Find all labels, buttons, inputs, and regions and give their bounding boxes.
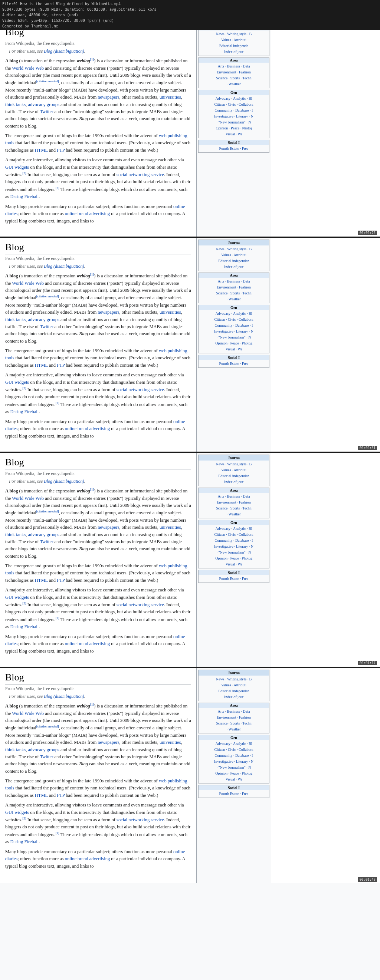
para-2-1: A blog (a truncation of the expression w…	[5, 272, 191, 345]
nav-box-areas-3: Area Arts · Business · Data Environment …	[198, 488, 270, 519]
genres-title-4: Gen	[198, 735, 269, 740]
social-title-2: Social I	[198, 355, 269, 360]
nav-box-social-1: Social I Fourth Estate · Free	[198, 140, 270, 153]
genres-content-2: Advocacy · Analytic · Bl Citizen · Civic…	[198, 310, 269, 353]
journalism-title-2: Journa	[198, 240, 269, 245]
hatnote-link-4[interactable]: Blog (disambiguation)	[44, 694, 84, 699]
genres-title-1: Gen	[198, 90, 269, 95]
para-4-4: Many blogs provide commentary on a parti…	[5, 848, 191, 870]
timestamp-3: 00:01:17	[358, 661, 377, 665]
para-1-1: A blog (a truncation of the expression w…	[5, 57, 191, 130]
hatnote-4: For other uses, see Blog (disambiguation…	[5, 694, 191, 699]
video-audio: Audio: aac, 48000 Hz, stereo (und)	[2, 12, 378, 18]
page-title-4: Blog	[5, 672, 191, 684]
genres-content-3: Advocacy · Analytic · Bl Citizen · Civic…	[198, 525, 269, 568]
journalism-content-4: News · Writing style · B Values · Attrib…	[198, 676, 269, 701]
video-video: Video: h264, yuv420p, 1152x720, 30.00 fp…	[2, 18, 378, 23]
wiki-sidebar-2: Journa News · Writing style · B Values ·…	[197, 238, 271, 452]
para-3-4: Many blogs provide commentary on a parti…	[5, 633, 191, 655]
para-3-3: A majority are interactive, allowing vis…	[5, 587, 191, 631]
genres-title-3: Gen	[198, 520, 269, 525]
frame-2: Blog From Wikipedia, the free encycloped…	[0, 238, 380, 453]
wiki-subtitle-1: From Wikipedia, the free encyclopedia	[5, 41, 191, 46]
nav-box-journalism-2: Journa News · Writing style · B Values ·…	[198, 240, 270, 271]
para-2-3: A majority are interactive, allowing vis…	[5, 372, 191, 416]
social-content-3: Fourth Estate · Free	[198, 575, 269, 582]
wiki-content-2: Blog From Wikipedia, the free encycloped…	[0, 238, 197, 452]
nav-box-journalism-4: Journa News · Writing style · B Values ·…	[198, 670, 270, 701]
hatnote-3: For other uses, see Blog (disambiguation…	[5, 479, 191, 484]
wiki-sidebar-4: Journa News · Writing style · B Values ·…	[197, 668, 271, 883]
hatnote-link-2[interactable]: Blog (disambiguation)	[44, 264, 84, 269]
areas-title-1: Area	[198, 58, 269, 63]
timestamp-4: 00:01:43	[358, 877, 377, 882]
hatnote-link-1[interactable]: Blog (disambiguation)	[44, 49, 84, 54]
areas-content-3: Arts · Business · Data Environment · Fas…	[198, 493, 269, 518]
nav-box-areas-4: Area Arts · Business · Data Environment …	[198, 703, 270, 733]
social-content-1: Fourth Estate · Free	[198, 145, 269, 153]
para-4-2: The emergence and growth of blogs in the…	[5, 778, 191, 799]
page-wrapper: Blog From Wikipedia, the free encycloped…	[0, 23, 380, 883]
areas-title-4: Area	[198, 703, 269, 708]
hatnote-link-3[interactable]: Blog (disambiguation)	[44, 479, 84, 484]
areas-content-2: Arts · Business · Data Environment · Fas…	[198, 278, 269, 303]
frame-1: Blog From Wikipedia, the free encycloped…	[0, 23, 380, 238]
frame-3: Blog From Wikipedia, the free encycloped…	[0, 453, 380, 668]
para-3-1: A blog (a truncation of the expression w…	[5, 487, 191, 560]
para-1-2: The emergence and growth of blogs in the…	[5, 132, 191, 154]
social-content-4: Fourth Estate · Free	[198, 790, 269, 797]
genres-content-4: Advocacy · Analytic · Bl Citizen · Civic…	[198, 740, 269, 783]
page-title-2: Blog	[5, 242, 191, 255]
wiki-content-4: Blog From Wikipedia, the free encycloped…	[0, 668, 197, 883]
video-filename: File:01 How is the word Blog defined by …	[2, 1, 378, 7]
nav-box-genres-1: Gen Advocacy · Analytic · Bl Citizen · C…	[198, 90, 270, 138]
timestamp-1: 00:00:25	[358, 231, 377, 235]
wiki-content-3: Blog From Wikipedia, the free encycloped…	[0, 453, 197, 667]
hatnote-1: For other uses, see Blog (disambiguation…	[5, 49, 191, 54]
para-2-4: Many blogs provide commentary on a parti…	[5, 418, 191, 440]
wiki-subtitle-4: From Wikipedia, the free encyclopedia	[5, 686, 191, 692]
journalism-content-2: News · Writing style · B Values · Attrib…	[198, 245, 269, 270]
nav-box-genres-2: Gen Advocacy · Analytic · Bl Citizen · C…	[198, 305, 270, 353]
social-title-3: Social I	[198, 570, 269, 575]
para-4-3: A majority are interactive, allowing vis…	[5, 802, 191, 846]
page-title-3: Blog	[5, 457, 191, 469]
wiki-content-1: Blog From Wikipedia, the free encycloped…	[0, 23, 197, 237]
nav-box-genres-3: Gen Advocacy · Analytic · Bl Citizen · C…	[198, 520, 270, 568]
social-title-1: Social I	[198, 140, 269, 145]
para-2-2: The emergence and growth of blogs in the…	[5, 347, 191, 369]
video-size: 9,847,830 bytes (9.39 MiB), duration: 00…	[2, 7, 378, 12]
wiki-subtitle-3: From Wikipedia, the free encyclopedia	[5, 471, 191, 476]
nav-box-social-4: Social I Fourth Estate · Free	[198, 785, 270, 798]
frame-4: Blog From Wikipedia, the free encycloped…	[0, 668, 380, 883]
timestamp-2: 00:00:51	[358, 446, 377, 450]
genres-title-2: Gen	[198, 305, 269, 310]
social-title-4: Social I	[198, 785, 269, 790]
nav-box-areas-1: Area Arts · Business · Data Environment …	[198, 57, 270, 88]
para-1-3: A majority are interactive, allowing vis…	[5, 156, 191, 200]
areas-content-1: Arts · Business · Data Environment · Fas…	[198, 63, 269, 88]
wiki-sidebar-3: Journa News · Writing style · B Values ·…	[197, 453, 271, 667]
genres-content-1: Advocacy · Analytic · Bl Citizen · Civic…	[198, 95, 269, 138]
nav-box-social-2: Social I Fourth Estate · Free	[198, 355, 270, 368]
nav-box-areas-2: Area Arts · Business · Data Environment …	[198, 272, 270, 303]
nav-box-journalism-3: Journa News · Writing style · B Values ·…	[198, 455, 270, 486]
social-content-2: Fourth Estate · Free	[198, 360, 269, 368]
video-generated: Generated by Thumbnail.me	[2, 23, 378, 29]
journalism-title-3: Journa	[198, 455, 269, 461]
wiki-sidebar-1: Journa News · Writing style · B Values ·…	[197, 23, 271, 237]
areas-title-3: Area	[198, 488, 269, 493]
video-info-bar: File:01 How is the word Blog defined by …	[0, 0, 380, 30]
areas-content-4: Arts · Business · Data Environment · Fas…	[198, 708, 269, 733]
journalism-title-4: Journa	[198, 670, 269, 676]
journalism-content-3: News · Writing style · B Values · Attrib…	[198, 461, 269, 486]
wiki-subtitle-2: From Wikipedia, the free encyclopedia	[5, 256, 191, 261]
nav-box-social-3: Social I Fourth Estate · Free	[198, 570, 270, 583]
hatnote-2: For other uses, see Blog (disambiguation…	[5, 264, 191, 269]
nav-box-genres-4: Gen Advocacy · Analytic · Bl Citizen · C…	[198, 735, 270, 783]
areas-title-2: Area	[198, 273, 269, 278]
para-3-2: The emergence and growth of blogs in the…	[5, 563, 191, 584]
journalism-content-1: News · Writing style · B Values · Attrib…	[198, 30, 269, 56]
para-1-4: Many blogs provide commentary on a parti…	[5, 203, 191, 225]
para-4-1: A blog (a truncation of the expression w…	[5, 702, 191, 775]
